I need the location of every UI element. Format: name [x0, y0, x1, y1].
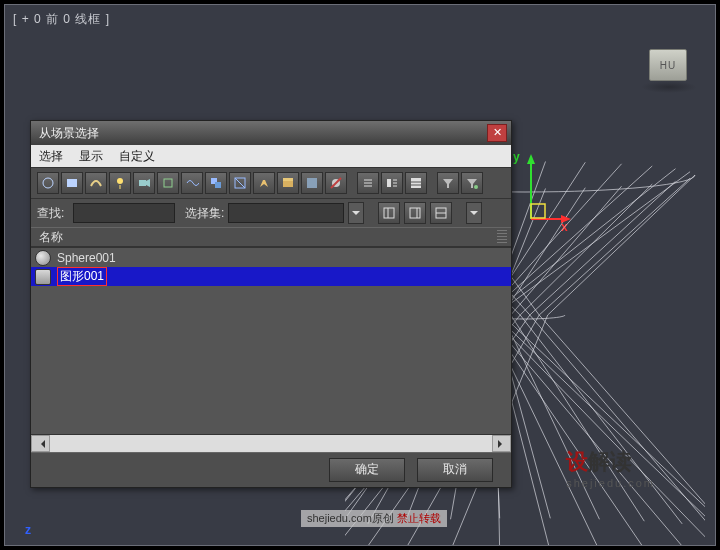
- svg-line-43: [486, 315, 682, 545]
- listmode-name-icon[interactable]: [357, 172, 379, 194]
- svg-rect-179: [384, 208, 394, 218]
- dialog-button-row: 确定 取消: [31, 452, 511, 487]
- dialog-titlebar[interactable]: 从场景选择 ✕: [31, 121, 511, 145]
- watermark-footer: shejiedu.com原创 禁止转载: [301, 510, 447, 527]
- svg-line-31: [520, 315, 682, 524]
- viewcube[interactable]: HU: [649, 49, 687, 81]
- menu-custom[interactable]: 自定义: [119, 148, 155, 165]
- list-item[interactable]: 图形001: [31, 267, 511, 286]
- svg-point-151: [117, 178, 123, 184]
- svg-rect-157: [215, 182, 221, 188]
- svg-rect-148: [531, 204, 545, 218]
- svg-rect-173: [411, 178, 421, 188]
- filter-toolbar: [31, 167, 511, 199]
- svg-marker-176: [443, 179, 453, 188]
- cancel-button[interactable]: 取消: [417, 458, 493, 482]
- filter-cameras-icon[interactable]: [133, 172, 155, 194]
- svg-rect-163: [307, 178, 317, 188]
- list-horizontal-scrollbar[interactable]: [31, 434, 511, 452]
- viewcube-shadow: [641, 81, 697, 93]
- column-name-label: 名称: [39, 230, 63, 244]
- select-none-icon[interactable]: [404, 202, 426, 224]
- filter-hidden-icon[interactable]: [325, 172, 347, 194]
- shape-icon: [35, 269, 51, 285]
- selection-set-dropdown-icon[interactable]: [348, 202, 364, 224]
- search-label: 查找:: [37, 205, 69, 222]
- select-from-scene-dialog: 从场景选择 ✕ 选择 显示 自定义 查找: 选择集:: [30, 120, 512, 488]
- svg-marker-145: [527, 154, 535, 164]
- select-invert-icon[interactable]: [430, 202, 452, 224]
- svg-line-159: [235, 178, 245, 188]
- listmode-color-icon[interactable]: [405, 172, 427, 194]
- viewport-label: [ + 0 前 0 线框 ]: [13, 11, 110, 28]
- svg-rect-161: [283, 180, 293, 187]
- extra-dropdown-icon[interactable]: [466, 202, 482, 224]
- selection-set-input[interactable]: [228, 203, 344, 223]
- svg-line-64: [574, 191, 590, 192]
- svg-line-41: [490, 315, 705, 543]
- svg-rect-150: [67, 179, 77, 187]
- scroll-track[interactable]: [50, 435, 492, 452]
- svg-line-60: [633, 187, 645, 188]
- svg-line-59: [645, 186, 656, 187]
- filter-all-icon[interactable]: [37, 172, 59, 194]
- svg-rect-169: [387, 179, 391, 187]
- filter-helpers-icon[interactable]: [157, 172, 179, 194]
- svg-line-39: [495, 315, 705, 539]
- filter-groups-icon[interactable]: [205, 172, 227, 194]
- object-list[interactable]: Sphere001 图形001: [31, 247, 511, 434]
- search-input[interactable]: [73, 203, 175, 223]
- scroll-left-icon[interactable]: [31, 435, 50, 452]
- filter-options-icon[interactable]: [461, 172, 483, 194]
- svg-line-62: [605, 189, 619, 190]
- filter-spacewarps-icon[interactable]: [181, 172, 203, 194]
- svg-line-37: [502, 315, 705, 535]
- list-item[interactable]: Sphere001: [31, 248, 511, 267]
- filter-frozen-icon[interactable]: [301, 172, 323, 194]
- column-header[interactable]: 名称: [31, 227, 511, 247]
- close-icon[interactable]: ✕: [487, 124, 507, 142]
- svg-rect-181: [410, 208, 420, 218]
- svg-rect-162: [283, 178, 293, 181]
- svg-rect-153: [139, 180, 146, 186]
- filter-xrefs-icon[interactable]: [229, 172, 251, 194]
- ok-button[interactable]: 确定: [329, 458, 405, 482]
- svg-point-149: [43, 178, 53, 188]
- watermark-brand: 设解读 shejiedu.com: [566, 447, 655, 489]
- dialog-menubar: 选择 显示 自定义: [31, 145, 511, 167]
- filter-shapes-icon[interactable]: [85, 172, 107, 194]
- svg-rect-155: [164, 179, 172, 187]
- svg-marker-154: [146, 179, 150, 187]
- svg-line-58: [656, 184, 666, 185]
- filter-lights-icon[interactable]: [109, 172, 131, 194]
- search-row: 查找: 选择集:: [31, 199, 511, 227]
- move-gizmo[interactable]: [511, 154, 571, 224]
- menu-select[interactable]: 选择: [39, 148, 63, 165]
- listmode-type-icon[interactable]: [381, 172, 403, 194]
- svg-line-61: [619, 188, 632, 189]
- list-item-label: 图形001: [57, 267, 107, 286]
- selset-label: 选择集:: [185, 205, 224, 222]
- column-resize-grip[interactable]: [497, 230, 507, 244]
- svg-line-29: [511, 315, 644, 521]
- svg-line-63: [590, 190, 605, 191]
- axis-z-label: z: [25, 523, 31, 537]
- filter-geometry-icon[interactable]: [61, 172, 83, 194]
- dialog-title: 从场景选择: [39, 125, 487, 142]
- svg-point-178: [474, 185, 478, 189]
- sphere-icon: [35, 250, 51, 266]
- filter-funnel-icon[interactable]: [437, 172, 459, 194]
- select-all-icon[interactable]: [378, 202, 400, 224]
- svg-marker-160: [260, 180, 268, 187]
- svg-line-85: [564, 316, 565, 317]
- svg-marker-147: [561, 215, 571, 223]
- list-item-label: Sphere001: [57, 251, 116, 265]
- filter-container-icon[interactable]: [277, 172, 299, 194]
- scroll-right-icon[interactable]: [492, 435, 511, 452]
- menu-display[interactable]: 显示: [79, 148, 103, 165]
- svg-line-33: [530, 315, 705, 527]
- filter-bones-icon[interactable]: [253, 172, 275, 194]
